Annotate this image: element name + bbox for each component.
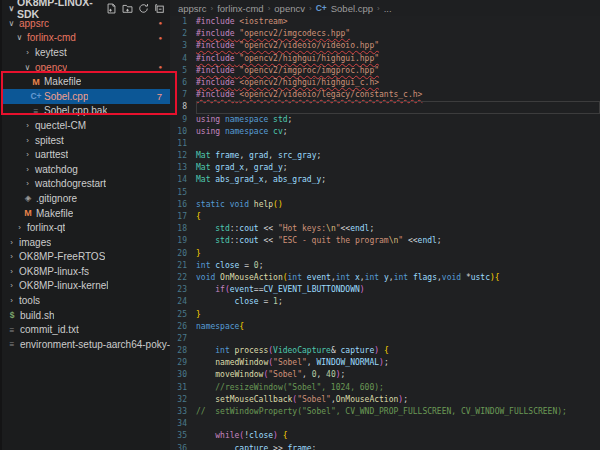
- code-line[interactable]: 18 std::cout << "Hot keys:\n"<<endl;: [170, 223, 600, 235]
- breadcrumb-item[interactable]: appsrc: [178, 3, 207, 14]
- breadcrumb-item[interactable]: ...: [384, 3, 392, 14]
- code-line[interactable]: 25}: [170, 309, 600, 321]
- code-line[interactable]: 15: [170, 187, 600, 199]
- code-line[interactable]: 14Mat abs_grad_x, abs_grad_y;: [170, 174, 600, 186]
- code-line[interactable]: 10using namespace cv;: [170, 126, 600, 138]
- chevron-right-icon[interactable]: ›: [6, 267, 17, 276]
- code-line[interactable]: 12Mat frame, grad, src_gray;: [170, 150, 600, 162]
- code-line[interactable]: 20}: [170, 248, 600, 260]
- code-line[interactable]: 29 namedWindow("Sobel", WINDOW_NORMAL);: [170, 357, 600, 369]
- code-token: std: [273, 115, 287, 124]
- tree-item-commit-id.txt[interactable]: ≡commit_id.txt: [2, 322, 170, 337]
- code-token: >>: [268, 444, 287, 450]
- code-line[interactable]: 13Mat grad_x, grad_y;: [170, 162, 600, 174]
- code-line[interactable]: 16static void help(): [170, 199, 600, 211]
- chevron-right-icon[interactable]: ›: [6, 252, 17, 261]
- code-editor[interactable]: 1#include <iostream>2#include "opencv2/i…: [170, 16, 600, 450]
- collapse-all-button[interactable]: [154, 3, 165, 14]
- code-token: event: [230, 285, 254, 294]
- code-line[interactable]: 4#include "opencv2/highgui/highgui.hpp": [170, 53, 600, 65]
- chevron-down-icon[interactable]: ∨: [6, 19, 17, 28]
- code-line[interactable]: 6#include <opencv2/highgui/highgui_c.h>: [170, 77, 600, 89]
- tree-item-ok8mp-freertos[interactable]: ›OK8MP-FreeRTOS: [2, 250, 170, 265]
- tree-item-label: Sobel.cpp: [42, 91, 88, 102]
- code-line[interactable]: 22void OnMouseAction(int event,int x,int…: [170, 272, 600, 284]
- chevron-right-icon[interactable]: ›: [22, 150, 33, 159]
- code-token: ,: [263, 175, 273, 184]
- tree-item-tools[interactable]: ›tools: [2, 293, 170, 308]
- tree-item-environment-setup-aarch64-poky-lin-[interactable]: ≡environment-setup-aarch64-poky-lin…: [2, 337, 170, 352]
- code-line[interactable]: 21int close = 0;: [170, 260, 600, 272]
- tree-item-keytest[interactable]: ›keytest: [2, 45, 170, 60]
- code-line[interactable]: 8: [170, 101, 600, 113]
- tree-item-ok8mp-linux-fs[interactable]: ›OK8MP-linux-fs: [2, 264, 170, 279]
- code-line[interactable]: 17{: [170, 211, 600, 223]
- explorer-actions: [106, 3, 165, 14]
- chevron-right-icon[interactable]: ›: [22, 179, 33, 188]
- code-token: namespace: [225, 115, 268, 124]
- chevron-right-icon[interactable]: ›: [6, 281, 17, 290]
- tree-item-.gitignore[interactable]: ◈.gitignore: [2, 191, 170, 206]
- code-token: close: [249, 431, 273, 440]
- tree-item-makefile[interactable]: MMakefile: [2, 74, 170, 89]
- tree-item-sobel.cpp[interactable]: C+Sobel.cpp7: [2, 89, 170, 104]
- chevron-right-icon[interactable]: ›: [22, 48, 33, 57]
- code-line[interactable]: 36 capture >> frame;: [170, 443, 600, 450]
- tree-item-images[interactable]: ›images: [2, 235, 170, 250]
- chevron-right-icon[interactable]: ›: [6, 296, 17, 305]
- chevron-down-icon[interactable]: ∨: [14, 33, 25, 42]
- tree-item-build.sh[interactable]: $build.sh: [2, 308, 170, 323]
- explorer-root-row[interactable]: ∨ OK8MP-LINUX-SDK: [2, 0, 170, 16]
- code-line[interactable]: 7#include <opencv2/videoio/legacy/consta…: [170, 89, 600, 101]
- tree-item-forlinx-qt[interactable]: ›forlinx-qt: [2, 220, 170, 235]
- code-token: }: [196, 310, 201, 319]
- tree-item-spitest[interactable]: ›spitest: [2, 133, 170, 148]
- chevron-right-icon[interactable]: ›: [22, 165, 33, 174]
- tree-item-sobel.cpp.bak[interactable]: ≡Sobel.cpp.bak: [2, 104, 170, 119]
- code-line[interactable]: 2#include "opencv2/imgcodecs.hpp": [170, 28, 600, 40]
- code-line[interactable]: 24 close = 1;: [170, 296, 600, 308]
- code-line[interactable]: 30 moveWindow("Sobel", 0, 40);: [170, 369, 600, 381]
- code-line[interactable]: 19 std::cout << "ESC - quit the program\…: [170, 235, 600, 247]
- code-line[interactable]: 26namespace{: [170, 321, 600, 333]
- tree-item-makefile[interactable]: MMakefile: [2, 206, 170, 221]
- code-line[interactable]: 5#include "opencv2/imgproc/imgproc.hpp": [170, 65, 600, 77]
- code-line[interactable]: 34: [170, 418, 600, 430]
- chevron-right-icon[interactable]: ›: [6, 238, 17, 247]
- code-line[interactable]: 3#include "opencv2/videoio/videoio.hpp": [170, 40, 600, 52]
- code-token: {: [495, 273, 500, 282]
- code-line[interactable]: 28 int process(VideoCapture& capture) {: [170, 345, 600, 357]
- tree-item-uarttest[interactable]: ›uarttest: [2, 147, 170, 162]
- code-line[interactable]: 32 setMouseCallback("Sobel",OnMouseActio…: [170, 394, 600, 406]
- breadcrumb-item[interactable]: forlinx-cmd: [217, 3, 263, 14]
- tree-item-forlinx-cmd[interactable]: ∨forlinx-cmd●: [2, 31, 170, 46]
- line-number: 9: [170, 114, 196, 126]
- refresh-icon[interactable]: [138, 3, 149, 14]
- tree-item-watchdog[interactable]: ›watchdog: [2, 162, 170, 177]
- code-line[interactable]: 1#include <iostream>: [170, 16, 600, 28]
- tree-item-label: spitest: [33, 135, 64, 146]
- chevron-right-icon[interactable]: ›: [22, 136, 33, 145]
- code-line[interactable]: 31 //resizeWindow("Sobel", 1024, 600);: [170, 382, 600, 394]
- chevron-right-icon[interactable]: ›: [14, 223, 25, 232]
- breadcrumb-separator: ›: [309, 4, 312, 13]
- code-token: #include: [196, 66, 235, 75]
- code-line[interactable]: 11: [170, 138, 600, 150]
- chevron-down-icon[interactable]: ∨: [22, 63, 33, 72]
- tree-item-opencv[interactable]: ∨opencv●: [2, 60, 170, 75]
- code-line[interactable]: 9using namespace std;: [170, 114, 600, 126]
- code-line[interactable]: 35 while(!close) {: [170, 430, 600, 442]
- line-number: 10: [170, 126, 196, 138]
- tree-item-quectel-cm[interactable]: ›quectel-CM: [2, 118, 170, 133]
- code-line[interactable]: 27: [170, 333, 600, 345]
- tree-item-ok8mp-linux-kernel[interactable]: ›OK8MP-linux-kernel: [2, 279, 170, 294]
- new-file-button[interactable]: [106, 3, 117, 14]
- breadcrumb-item[interactable]: opencv: [274, 3, 305, 14]
- new-folder-button[interactable]: [122, 3, 133, 14]
- chevron-right-icon[interactable]: ›: [22, 121, 33, 130]
- code-line[interactable]: 23 if(event==CV_EVENT_LBUTTONDOWN): [170, 284, 600, 296]
- tree-item-watchdogrestart[interactable]: ›watchdogrestart: [2, 177, 170, 192]
- breadcrumb-item[interactable]: Sobel.cpp: [331, 3, 373, 14]
- code-line[interactable]: 33// setWindowProperty("Sobel", CV_WND_P…: [170, 406, 600, 418]
- chevron-down-icon[interactable]: ∨: [6, 4, 17, 13]
